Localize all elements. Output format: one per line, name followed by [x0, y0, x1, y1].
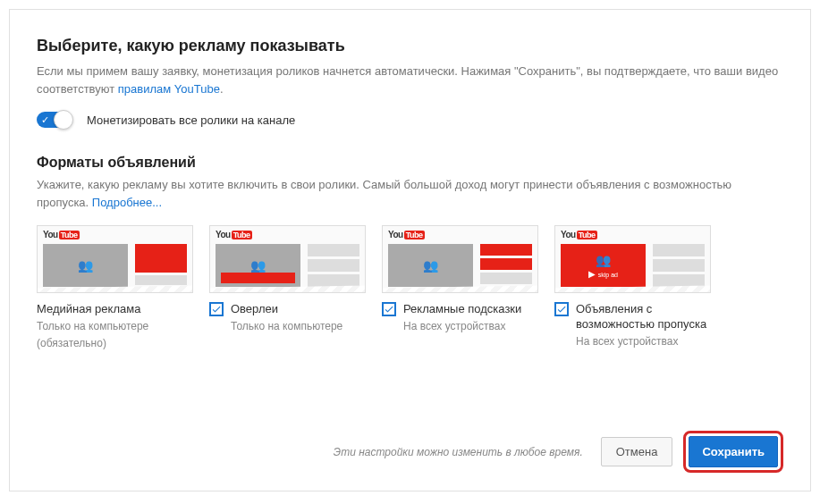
monetize-all-toggle[interactable]: ✓	[37, 112, 72, 128]
check-icon: ✓	[41, 113, 49, 126]
people-icon: 👥	[78, 258, 93, 273]
desc-text-end: .	[220, 82, 224, 96]
people-icon: 👥	[423, 258, 438, 273]
format-name: Медийная реклама	[37, 302, 148, 317]
format-label-row: Медийная реклама Только на компьютере (о…	[37, 302, 193, 350]
format-name: Оверлеи	[231, 302, 342, 317]
video-placeholder: 👥	[216, 244, 300, 287]
format-label-row: Оверлеи Только на компьютере	[209, 302, 366, 334]
check-icon	[384, 304, 394, 315]
footer-note: Эти настройки можно изменить в любое вре…	[334, 446, 583, 458]
monetization-dialog: Выберите, какую рекламу показывать Если …	[9, 9, 811, 491]
youtube-rules-link[interactable]: правилам YouTube	[118, 82, 220, 96]
format-sub: Только на компьютере	[231, 319, 342, 334]
format-thumb-skip: Tube 👥 ▶ skip ad	[554, 225, 711, 293]
people-icon: 👥	[250, 258, 266, 273]
format-checkbox-skip[interactable]	[554, 302, 569, 316]
learn-more-link[interactable]: Подробнее...	[92, 196, 162, 209]
format-name: Объявления с возможностью пропуска	[576, 302, 711, 332]
people-icon: 👥	[596, 253, 611, 267]
video-ad-placeholder: 👥 ▶ skip ad	[561, 244, 646, 287]
formats-description: Укажите, какую рекламу вы хотите включит…	[37, 176, 783, 211]
format-sub: Только на компьютере	[37, 319, 148, 334]
formats-title: Форматы объявлений	[37, 155, 783, 171]
check-icon	[211, 304, 222, 315]
save-button-highlight: Сохранить	[683, 431, 783, 473]
format-thumb-cards: Tube 👥	[382, 225, 538, 293]
format-card-overlay: Tube 👥 Оверлеи Только на компьютере	[209, 225, 366, 350]
format-sub: На всех устройствах	[403, 319, 521, 334]
format-sub: На всех устройствах	[576, 334, 711, 349]
check-icon	[556, 304, 567, 315]
format-card-display: Tube 👥 Медийная реклама Только на компью…	[37, 225, 193, 350]
monetize-all-toggle-row: ✓ Монетизировать все ролики на канале	[37, 112, 783, 128]
youtube-logo-icon: Tube	[216, 230, 252, 239]
format-card-cards: Tube 👥 Рекламные подсказки На всех устро…	[382, 225, 538, 350]
cancel-button[interactable]: Отмена	[601, 437, 673, 466]
sidebar-placeholder	[480, 244, 532, 287]
dialog-footer: Эти настройки можно изменить в любое вре…	[37, 431, 783, 473]
format-checkbox-cards[interactable]	[382, 302, 396, 316]
dialog-description: Если мы примем вашу заявку, монетизация …	[37, 63, 783, 97]
overlay-bar	[221, 273, 295, 283]
video-placeholder: 👥	[388, 244, 473, 287]
format-name: Рекламные подсказки	[403, 302, 521, 317]
format-label-row: Объявления с возможностью пропуска На вс…	[554, 302, 711, 349]
format-thumb-display: Tube 👥	[37, 225, 193, 293]
play-icon: ▶ skip ad	[588, 269, 618, 279]
sidebar-placeholder	[135, 244, 187, 287]
sidebar-placeholder	[653, 244, 705, 287]
dialog-title: Выберите, какую рекламу показывать	[37, 37, 783, 55]
sidebar-placeholder	[308, 244, 359, 287]
format-card-skip: Tube 👥 ▶ skip ad Объявления с возможност…	[554, 225, 711, 350]
formats-grid: Tube 👥 Медийная реклама Только на компью…	[37, 225, 783, 350]
format-sub2: (обязательно)	[37, 336, 148, 351]
youtube-logo-icon: Tube	[561, 230, 597, 239]
youtube-logo-icon: Tube	[43, 230, 80, 239]
format-thumb-overlay: Tube 👥	[209, 225, 366, 293]
youtube-logo-icon: Tube	[388, 230, 425, 239]
toggle-knob	[54, 110, 73, 130]
video-placeholder: 👥	[43, 244, 128, 287]
format-checkbox-overlay[interactable]	[209, 302, 224, 316]
format-label-row: Рекламные подсказки На всех устройствах	[382, 302, 538, 334]
toggle-label: Монетизировать все ролики на канале	[87, 113, 295, 127]
save-button[interactable]: Сохранить	[689, 436, 778, 467]
